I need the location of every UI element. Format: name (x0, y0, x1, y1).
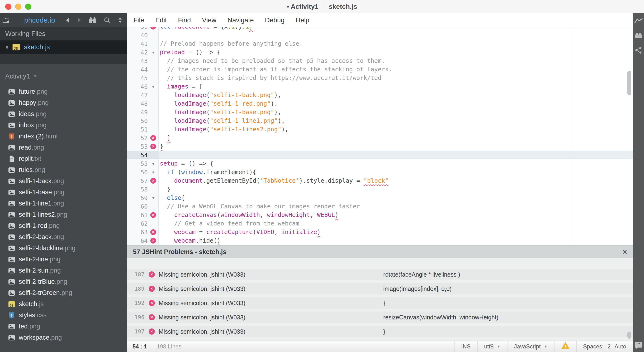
code-line-43[interactable]: 43 // images need to be preloaded so tha… (127, 57, 633, 65)
tree-item-inbox.png[interactable]: inbox.png (0, 120, 127, 131)
tree-item-selfi-1-base.png[interactable]: selfi-1-base.png (0, 187, 127, 198)
problem-row-line-192[interactable]: 192×Missing semicolon. jshint (W033)} (127, 297, 633, 309)
tree-item-read.png[interactable]: read.png (0, 142, 127, 153)
problem-row-line-187[interactable]: 187×Missing semicolon. jshint (W033)rota… (127, 269, 633, 280)
tree-item-selfi-2-blackline.png[interactable]: selfi-2-blackline.png (0, 243, 127, 254)
code-fold-icon[interactable]: ▼ (151, 85, 155, 89)
code-line-48[interactable]: 48 loadImage("selfi-1-red.png"), (127, 99, 633, 108)
tree-item-selfi-2-trBlue.png[interactable]: selfi-2-trBlue.png (0, 276, 127, 287)
error-marker-icon[interactable]: × (150, 229, 156, 235)
menu-navigate[interactable]: Navigate (228, 17, 254, 24)
code-editor[interactable]: 39×let faceCentre = {x:1,y:1}4041// Prel… (127, 27, 633, 245)
menu-view[interactable]: View (202, 17, 216, 24)
error-marker-icon[interactable]: × (150, 238, 156, 244)
find-in-files-icon[interactable] (89, 17, 96, 23)
code-fold-icon[interactable]: ▼ (151, 196, 155, 200)
code-line-60[interactable]: 60 // Use a WebGL Canvas to make our ima… (127, 202, 633, 211)
code-line-40[interactable]: 40 (127, 31, 633, 40)
encoding-selector[interactable]: utf8 ▼ (477, 341, 507, 352)
code-line-45[interactable]: 45 // this stack is inspired by https://… (127, 74, 633, 82)
working-file-sketch.js[interactable]: JSsketch.js (0, 41, 127, 54)
menu-find[interactable]: Find (178, 17, 191, 24)
error-marker-icon[interactable]: × (150, 212, 156, 218)
indent-guide (167, 74, 167, 82)
tree-item-future.png[interactable]: future.png (0, 86, 127, 97)
error-marker-icon[interactable]: × (150, 178, 156, 184)
tree-item-selfi-2-line.png[interactable]: selfi-2-line.png (0, 254, 127, 265)
tree-item-selfi-2-back.png[interactable]: selfi-2-back.png (0, 231, 127, 243)
code-line-55[interactable]: 55▼setup = () => { (127, 159, 633, 168)
close-panel-icon[interactable]: ✕ (622, 245, 628, 258)
tree-item-selfi-1-lines2.png[interactable]: selfi-1-lines2.png (0, 209, 127, 220)
code-line-62[interactable]: 62 // Get a video feed from the webcam. (127, 219, 633, 228)
insert-mode-indicator[interactable]: INS (454, 341, 477, 352)
code-line-41[interactable]: 41// Preload happens before anything els… (127, 40, 633, 48)
extension-manager-icon[interactable] (634, 32, 642, 39)
code-fold-icon[interactable]: ▼ (151, 50, 155, 55)
sidebar-toolbar: phcode.io (0, 13, 127, 27)
error-marker-icon[interactable]: × (150, 135, 156, 141)
code-line-59[interactable]: 59▼ else{ (127, 194, 633, 202)
code-fold-icon[interactable]: ▼ (151, 162, 155, 166)
menu-debug[interactable]: Debug (265, 17, 285, 24)
tree-item-workspace.png[interactable]: workspace.png (0, 332, 127, 343)
line-number: 48 (127, 100, 148, 107)
menu-edit[interactable]: Edit (155, 17, 167, 24)
code-line-46[interactable]: 46▼ images = [ (127, 82, 633, 91)
tree-item-selfi-1-back.png[interactable]: selfi-1-back.png (0, 175, 127, 187)
error-marker-icon[interactable]: × (150, 27, 156, 30)
sort-toggle-icon[interactable] (118, 17, 122, 23)
problem-row-line-197[interactable]: 197×Missing semicolon. jshint (W033)} (127, 326, 633, 337)
phcode-brand[interactable]: phcode.io (24, 16, 55, 24)
navigate-forward-icon[interactable] (77, 17, 82, 23)
code-line-42[interactable]: 42▼preload = () => { (127, 48, 633, 57)
new-project-folder-icon[interactable] (2, 17, 10, 23)
code-line-64[interactable]: 64× webcam.hide() (127, 236, 633, 245)
code-line-39[interactable]: 39×let faceCentre = {x:1,y:1} (127, 27, 633, 31)
code-line-53[interactable]: 53×} (127, 142, 633, 151)
tree-item-rules.png[interactable]: rules.png (0, 164, 127, 175)
code-line-50[interactable]: 50 loadImage("selfi-1-line1.png"), (127, 117, 633, 125)
language-selector[interactable]: JavaScript ▼ (507, 341, 554, 352)
tree-item-ted.png[interactable]: ted.png (0, 321, 127, 332)
code-line-63[interactable]: 63× webcam = createCapture(VIDEO, initia… (127, 228, 633, 236)
tree-item-ideas.png[interactable]: ideas.png (0, 108, 127, 120)
project-dropdown[interactable]: Activity1 ▼ (0, 64, 127, 82)
code-line-54[interactable]: 54 (127, 151, 633, 159)
tree-item-selfi-2-sun.png[interactable]: selfi-2-sun.png (0, 265, 127, 276)
code-fold-icon[interactable]: ▼ (151, 170, 155, 174)
code-line-58[interactable]: 58 } (127, 185, 633, 194)
code-line-49[interactable]: 49 loadImage("selfi-1-base.png"), (127, 108, 633, 117)
indentation-selector[interactable]: Spaces: 2 Auto (576, 341, 633, 352)
code-line-44[interactable]: 44 // the order is important as it affec… (127, 65, 633, 74)
navigate-back-icon[interactable] (65, 17, 70, 23)
line-number: 62 (127, 220, 148, 227)
tree-item-selfi-2-trGreen.png[interactable]: selfi-2-trGreen.png (0, 287, 127, 298)
menu-file[interactable]: File (134, 17, 144, 24)
code-line-47[interactable]: 47 loadImage("selfi-1-back.png"), (127, 91, 633, 99)
tree-item-styles.css[interactable]: 3styles.css (0, 310, 127, 321)
feedback-chat-icon[interactable]: ” (634, 342, 642, 349)
tree-item-selfi-1-red.png[interactable]: selfi-1-red.png (0, 220, 127, 231)
tree-item-replit.txt[interactable]: replit.txt (0, 153, 127, 164)
problem-row-line-189[interactable]: 189×Missing semicolon. jshint (W033)imag… (127, 283, 633, 294)
live-preview-icon[interactable] (634, 17, 642, 24)
problem-code-snippet: } (383, 300, 385, 307)
tree-item-happy.png[interactable]: happy.png (0, 97, 127, 108)
menu-help[interactable]: Help (296, 17, 310, 24)
code-line-57[interactable]: 57× document.getElementById('TabNotice')… (127, 177, 633, 185)
tree-item-sketch.js[interactable]: JSsketch.js (0, 298, 127, 310)
tree-item-index (2).html[interactable]: 5index (2).html (0, 131, 127, 142)
code-line-52[interactable]: 52× ] (127, 134, 633, 142)
problems-scrollbar-thumb[interactable] (628, 331, 631, 339)
search-icon[interactable] (104, 17, 111, 24)
error-marker-icon[interactable]: × (150, 144, 156, 149)
tree-item-selfi-1-line1.png[interactable]: selfi-1-line1.png (0, 198, 127, 209)
code-line-61[interactable]: 61× createCanvas(windowWidth, windowHeig… (127, 211, 633, 219)
share-icon[interactable] (634, 47, 642, 54)
code-line-51[interactable]: 51 loadImage("selfi-1-lines2.png"), (127, 125, 633, 134)
editor-scrollbar-thumb[interactable] (628, 71, 631, 95)
lint-warning-indicator[interactable] (554, 341, 576, 352)
problem-row-line-196[interactable]: 196×Missing semicolon. jshint (W033)resi… (127, 311, 633, 323)
code-line-56[interactable]: 56▼ if (window.frameElement){ (127, 168, 633, 177)
